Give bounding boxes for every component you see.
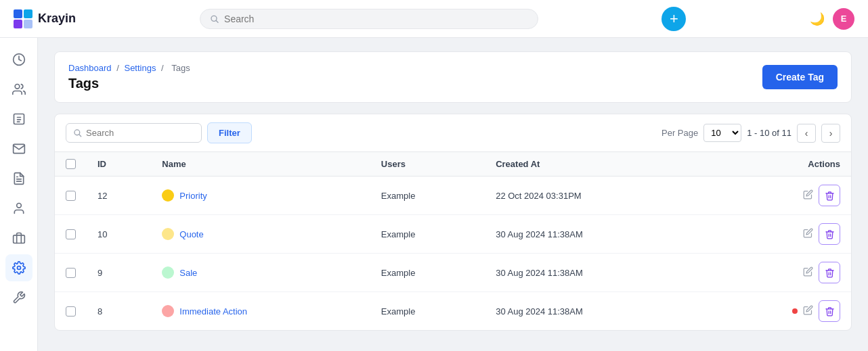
tag-name-link[interactable]: Immediate Action xyxy=(179,306,247,317)
tag-color-dot xyxy=(162,189,174,202)
sidebar xyxy=(0,38,38,351)
breadcrumb-settings[interactable]: Settings xyxy=(124,63,156,73)
row-checkbox-cell xyxy=(55,292,87,331)
tasks-icon xyxy=(12,112,26,126)
theme-toggle-icon[interactable]: 🌙 xyxy=(810,11,825,26)
edit-button[interactable] xyxy=(800,225,816,243)
row-name: Quote xyxy=(151,215,370,254)
create-tag-button[interactable]: Create Tag xyxy=(762,65,838,89)
svg-point-16 xyxy=(17,266,20,270)
row-created-at: 30 Aug 2024 11:38AM xyxy=(485,292,708,331)
row-checkbox-cell xyxy=(55,177,87,215)
breadcrumb-dashboard[interactable]: Dashboard xyxy=(68,63,112,73)
top-navigation: Krayin + 🌙 E xyxy=(0,0,868,38)
th-created-at: Created At xyxy=(485,152,708,177)
row-actions xyxy=(708,292,851,331)
row-id: 10 xyxy=(87,215,151,254)
activity-icon xyxy=(12,53,26,66)
sidebar-item-contacts[interactable] xyxy=(5,76,32,103)
add-button[interactable]: + xyxy=(661,7,686,31)
sidebar-item-mail[interactable] xyxy=(5,135,32,162)
red-dot-indicator xyxy=(792,308,798,314)
table-row: 9 Sale Example 30 Aug 2024 11:38AM xyxy=(55,254,851,292)
trash-icon xyxy=(825,229,835,239)
trash-icon xyxy=(825,191,835,201)
row-actions xyxy=(708,177,851,215)
filter-button[interactable]: Filter xyxy=(207,122,252,143)
th-name: Name xyxy=(151,152,370,177)
per-page-label: Per Page xyxy=(661,128,698,138)
tags-table-card: Filter Per Page 10 25 50 100 1 - 10 of 1… xyxy=(54,114,852,331)
svg-rect-15 xyxy=(13,235,24,243)
row-users: Example xyxy=(370,215,485,254)
search-icon xyxy=(73,128,82,137)
row-created-at: 22 Oct 2024 03:31PM xyxy=(485,177,708,215)
sidebar-item-products[interactable] xyxy=(5,225,32,252)
breadcrumb-sep2: / xyxy=(161,63,166,73)
table-row: 8 Immediate Action Example 30 Aug 2024 1… xyxy=(55,292,851,331)
sidebar-item-settings[interactable] xyxy=(5,254,32,281)
avatar[interactable]: E xyxy=(833,8,854,30)
row-checkbox[interactable] xyxy=(66,268,76,278)
edit-button[interactable] xyxy=(800,264,816,281)
delete-button[interactable] xyxy=(819,223,840,245)
per-page-select[interactable]: 10 25 50 100 xyxy=(703,124,741,142)
svg-rect-3 xyxy=(24,20,32,28)
logo-icon xyxy=(14,9,32,28)
sidebar-item-notes[interactable] xyxy=(5,165,32,192)
main-content: Dashboard / Settings / Tags Tags Create … xyxy=(38,38,868,351)
global-search-input[interactable] xyxy=(224,14,528,24)
edit-icon xyxy=(803,228,813,238)
table-search-input[interactable] xyxy=(86,128,194,138)
svg-point-14 xyxy=(16,204,21,208)
tag-name-link[interactable]: Sale xyxy=(179,268,197,278)
row-name: Sale xyxy=(151,254,370,292)
prev-page-button[interactable]: ‹ xyxy=(797,124,816,143)
tag-color-dot xyxy=(162,228,174,240)
sidebar-item-tools[interactable] xyxy=(5,284,32,311)
row-actions xyxy=(708,254,851,292)
svg-line-18 xyxy=(79,135,81,137)
global-search-bar xyxy=(200,9,538,29)
delete-button[interactable] xyxy=(819,300,840,322)
row-created-at: 30 Aug 2024 11:38AM xyxy=(485,254,708,292)
contacts-icon xyxy=(12,83,26,96)
delete-button[interactable] xyxy=(819,185,840,206)
th-checkbox xyxy=(55,152,87,177)
tags-table: ID Name Users Created At Actions 12 Prio… xyxy=(55,152,851,330)
select-all-checkbox[interactable] xyxy=(66,159,76,169)
sidebar-item-activity[interactable] xyxy=(5,46,32,73)
th-actions: Actions xyxy=(708,152,851,177)
delete-button[interactable] xyxy=(819,262,840,283)
row-name: Priority xyxy=(151,177,370,215)
edit-icon xyxy=(803,189,813,200)
row-checkbox[interactable] xyxy=(66,306,76,317)
logo[interactable]: Krayin xyxy=(14,9,76,28)
row-users: Example xyxy=(370,254,485,292)
row-id: 8 xyxy=(87,292,151,331)
next-page-button[interactable]: › xyxy=(821,124,840,143)
edit-icon xyxy=(803,305,813,315)
tag-name-link[interactable]: Priority xyxy=(179,191,207,201)
pagination-area: Per Page 10 25 50 100 1 - 10 of 11 ‹ › xyxy=(661,124,840,143)
sidebar-item-tasks[interactable] xyxy=(5,106,32,133)
table-header-row: ID Name Users Created At Actions xyxy=(55,152,851,177)
th-id: ID xyxy=(87,152,151,177)
row-actions xyxy=(708,215,851,254)
table-body: 12 Priority Example 22 Oct 2024 03:31PM xyxy=(55,177,851,331)
settings-icon xyxy=(12,261,26,275)
users-icon xyxy=(12,202,26,215)
row-users: Example xyxy=(370,292,485,331)
row-checkbox-cell xyxy=(55,254,87,292)
row-name: Immediate Action xyxy=(151,292,370,331)
row-checkbox[interactable] xyxy=(66,229,76,239)
tag-name-link[interactable]: Quote xyxy=(179,229,203,239)
edit-button[interactable] xyxy=(800,187,816,204)
row-created-at: 30 Aug 2024 11:38AM xyxy=(485,215,708,254)
sidebar-item-users[interactable] xyxy=(5,195,32,222)
row-checkbox-cell xyxy=(55,215,87,254)
edit-button[interactable] xyxy=(800,302,816,320)
tag-color-dot xyxy=(162,305,174,317)
row-checkbox[interactable] xyxy=(66,191,76,201)
svg-rect-0 xyxy=(14,9,22,18)
